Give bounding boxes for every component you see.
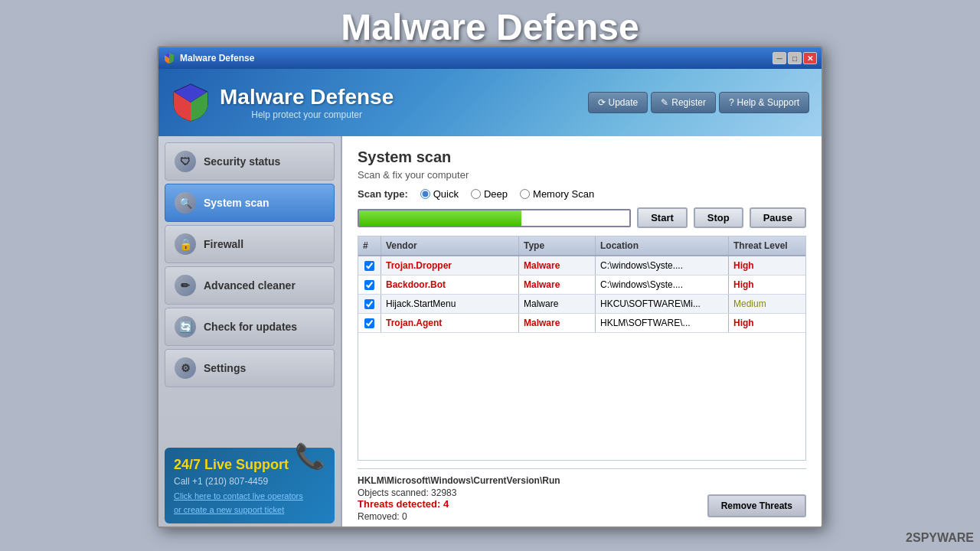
maximize-button[interactable]: □: [788, 52, 802, 64]
security-status-label: Security status: [204, 155, 280, 168]
memory-scan-radio[interactable]: [520, 189, 530, 199]
check-updates-label: Check for updates: [204, 321, 297, 333]
quick-scan-option[interactable]: Quick: [420, 188, 459, 200]
settings-label: Settings: [204, 362, 246, 374]
advanced-cleaner-icon: ✏: [175, 275, 196, 296]
col-header-threat: Threat Level: [729, 236, 805, 255]
footer-path: HKLM\Microsoft\Windows\CurrentVersion\Ru…: [358, 475, 806, 486]
firewall-label: Firewall: [204, 238, 243, 250]
deep-scan-option[interactable]: Deep: [471, 188, 508, 200]
titlebar-title: Malware Defense: [180, 53, 254, 64]
settings-icon: ⚙: [175, 357, 196, 379]
close-button[interactable]: ✕: [803, 52, 817, 64]
row2-checkbox[interactable]: [364, 280, 374, 290]
row3-checkbox-cell[interactable]: [358, 295, 381, 313]
memory-scan-label: Memory Scan: [533, 188, 594, 200]
table-row: Trojan.Dropper Malware C:\windows\Syste.…: [358, 256, 805, 276]
app-icon: [163, 52, 175, 64]
progress-bar-container: [358, 209, 631, 227]
sidebar-item-system-scan[interactable]: 🔍 System scan: [165, 184, 335, 222]
row3-checkbox[interactable]: [364, 299, 374, 309]
col-header-num: #: [358, 236, 381, 255]
footer-area: HKLM\Microsoft\Windows\CurrentVersion\Ru…: [358, 468, 806, 517]
firewall-icon: 🔒: [175, 233, 196, 255]
watermark: 2SPYWARE: [906, 531, 974, 545]
row4-checkbox-cell[interactable]: [358, 314, 381, 332]
table-row: Hijack.StartMenu Malware HKCU\SOFTWARE\M…: [358, 295, 805, 314]
row1-location: C:\windows\Syste....: [596, 256, 729, 275]
system-scan-label: System scan: [204, 197, 270, 209]
help-support-button[interactable]: ? Help & Support: [719, 92, 809, 113]
row4-location: HKLM\SOFTWARE\...: [596, 314, 729, 332]
scan-controls: Start Stop Pause: [358, 207, 806, 228]
sidebar-item-security-status[interactable]: 🛡 Security status: [165, 142, 335, 181]
content-title: System scan: [358, 148, 806, 166]
support-link2[interactable]: or create a new support ticket: [174, 505, 325, 514]
system-scan-icon: 🔍: [175, 192, 196, 214]
row4-type: Malware: [519, 314, 596, 332]
table-row: Trojan.Agent Malware HKLM\SOFTWARE\... H…: [358, 314, 805, 333]
header-nav: ⟳ Update ✎ Register ? Help & Support: [588, 92, 809, 113]
header-logo: Malware Defense Help protect your comput…: [171, 83, 394, 122]
sidebar-item-firewall[interactable]: 🔒 Firewall: [165, 225, 335, 263]
pause-button[interactable]: Pause: [750, 207, 806, 228]
row1-checkbox[interactable]: [364, 261, 374, 271]
sidebar-item-check-updates[interactable]: 🔄 Check for updates: [165, 308, 335, 346]
header-appname: Malware Defense: [220, 85, 394, 109]
row2-vendor: Backdoor.Bot: [381, 276, 519, 294]
col-header-location: Location: [596, 236, 729, 255]
table-header: # Vendor Type Location Threat Level: [358, 236, 805, 256]
col-header-type: Type: [519, 236, 596, 255]
titlebar-buttons: ─ □ ✕: [773, 52, 817, 64]
sidebar-item-settings[interactable]: ⚙ Settings: [165, 349, 335, 387]
sidebar: 🛡 Security status 🔍 System scan 🔒 Firewa…: [158, 136, 342, 528]
results-table: # Vendor Type Location Threat Level Troj…: [358, 236, 806, 461]
col-header-vendor: Vendor: [381, 236, 519, 255]
check-updates-icon: 🔄: [175, 316, 196, 337]
shield-logo-icon: [171, 83, 211, 122]
row4-vendor: Trojan.Agent: [381, 314, 519, 332]
row1-vendor: Trojan.Dropper: [381, 256, 519, 275]
row4-checkbox[interactable]: [364, 318, 374, 328]
memory-scan-option[interactable]: Memory Scan: [520, 188, 594, 200]
row2-threat: High: [729, 276, 805, 294]
row3-location: HKCU\SOFTWARE\Mi...: [596, 295, 729, 313]
live-support-panel[interactable]: 📞 24/7 Live Support Call +1 (210) 807-44…: [165, 448, 335, 523]
sidebar-item-advanced-cleaner[interactable]: ✏ Advanced cleaner: [165, 266, 335, 305]
header-text: Malware Defense Help protect your comput…: [220, 85, 394, 120]
help-icon: ?: [729, 97, 734, 108]
remove-threats-button[interactable]: Remove Threats: [707, 494, 806, 517]
update-button[interactable]: ⟳ Update: [588, 92, 648, 113]
minimize-button[interactable]: ─: [773, 52, 786, 64]
row1-checkbox-cell[interactable]: [358, 256, 381, 275]
row2-location: C:\windows\Syste....: [596, 276, 729, 294]
quick-scan-radio[interactable]: [420, 189, 430, 199]
start-button[interactable]: Start: [637, 207, 688, 228]
deep-scan-radio[interactable]: [471, 189, 481, 199]
stop-button[interactable]: Stop: [694, 207, 743, 228]
main-container: 🛡 Security status 🔍 System scan 🔒 Firewa…: [158, 136, 822, 528]
row4-threat: High: [729, 314, 805, 332]
support-link1[interactable]: Click here to contact live operators: [174, 491, 325, 500]
register-icon: ✎: [661, 97, 668, 108]
register-label: Register: [671, 97, 706, 108]
row2-checkbox-cell[interactable]: [358, 276, 381, 294]
row1-threat: High: [729, 256, 805, 275]
update-label: Update: [609, 97, 639, 108]
row3-threat: Medium: [729, 295, 805, 313]
scan-type-row: Scan type: Quick Deep Memory Scan: [358, 188, 806, 200]
deep-scan-label: Deep: [484, 188, 508, 200]
help-label: Help & Support: [737, 97, 799, 108]
security-status-icon: 🛡: [175, 151, 196, 172]
table-row: Backdoor.Bot Malware C:\windows\Syste...…: [358, 276, 805, 295]
header: Malware Defense Help protect your comput…: [158, 69, 822, 136]
scan-type-label: Scan type:: [358, 188, 408, 200]
register-button[interactable]: ✎ Register: [651, 92, 716, 113]
row2-type: Malware: [519, 276, 596, 294]
content-area: System scan Scan & fix your computer Sca…: [342, 136, 822, 528]
row3-vendor: Hijack.StartMenu: [381, 295, 519, 313]
titlebar-left: Malware Defense: [163, 52, 254, 64]
advanced-cleaner-label: Advanced cleaner: [204, 279, 296, 292]
quick-scan-label: Quick: [433, 188, 459, 200]
main-window: Malware Defense ─ □ ✕ Malware Defense He…: [157, 46, 823, 528]
